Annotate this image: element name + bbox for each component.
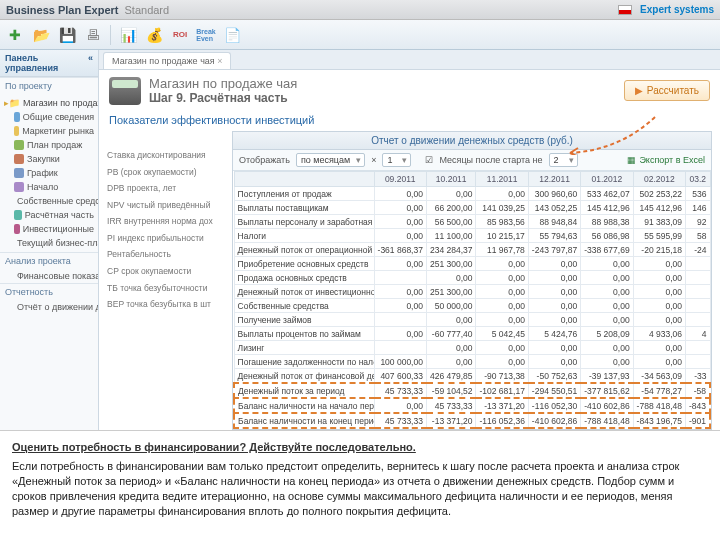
main-toolbar: ✚ 📂 💾 🖶 📊 💰 ROI BreakEven 📄: [0, 20, 720, 50]
indicator-row: DPB проекта, лет: [107, 180, 220, 197]
cash-flow-table: 09.201110.201111.201112.201101.201202.20…: [233, 171, 711, 429]
tip-heading: Оценить потребность в финансировании? Де…: [12, 441, 708, 453]
table-row[interactable]: Продажа основных средств0,000,000,000,00…: [234, 271, 710, 285]
sidebar-item[interactable]: Собственные средства: [0, 194, 98, 208]
sidebar-item[interactable]: Текущий бизнес-план: [0, 236, 98, 250]
sidebar-section[interactable]: По проекту: [0, 77, 98, 94]
table-row[interactable]: Баланс наличности на начало периода0,004…: [234, 398, 710, 413]
section-header: Показатели эффективности инвестиций: [99, 111, 720, 129]
sidebar-item[interactable]: Финансовые показатели: [0, 269, 98, 283]
tab[interactable]: Магазин по продаже чая ×: [103, 52, 231, 69]
tab-bar: Магазин по продаже чая ×: [99, 50, 720, 70]
cash-flow-report: Отчет о движении денежных средств (руб.)…: [232, 131, 712, 430]
print-icon[interactable]: 🖶: [82, 24, 104, 46]
sidebar-item[interactable]: График: [0, 166, 98, 180]
sidebar: Панель управления« По проекту ▸📁 Магазин…: [0, 50, 99, 430]
col-header: [234, 172, 374, 187]
col-header: 11.2011: [476, 172, 528, 187]
table-row[interactable]: Поступления от продаж0,000,000,00300 960…: [234, 187, 710, 201]
report-title: Отчет о движении денежных средств (руб.): [233, 132, 711, 150]
sidebar-item[interactable]: План продаж: [0, 138, 98, 152]
table-row[interactable]: Выплаты поставщикам0,0066 200,00141 039,…: [234, 201, 710, 215]
months-select[interactable]: 2: [549, 153, 578, 167]
table-row[interactable]: Выплаты процентов по займам0,00-60 777,4…: [234, 327, 710, 341]
scale-select[interactable]: 1: [382, 153, 411, 167]
collapse-icon[interactable]: «: [88, 53, 93, 73]
indicator-row: СР срок окупаемости: [107, 263, 220, 280]
close-icon[interactable]: ×: [217, 56, 222, 66]
table-row[interactable]: Денежный поток от инвестиционной дея.0,0…: [234, 285, 710, 299]
sidebar-item[interactable]: Отчёт о движении денежных: [0, 300, 98, 314]
sidebar-section[interactable]: Отчетность: [0, 283, 98, 300]
indicator-row: PI индекс прибыльности: [107, 230, 220, 247]
tip-body: Если потребность в финансировании вам то…: [12, 459, 708, 518]
indicator-row: Рентабельность: [107, 246, 220, 263]
export-excel-button[interactable]: ▦Экспорт в Excel: [627, 155, 705, 165]
app-edition: Standard: [125, 4, 170, 16]
language-flag-icon[interactable]: [618, 5, 632, 15]
col-header: 01.2012: [581, 172, 633, 187]
table-row[interactable]: Денежный поток за период45 733,33-59 104…: [234, 383, 710, 398]
report-icon[interactable]: 📄: [221, 24, 243, 46]
col-header: 03.2: [685, 172, 710, 187]
sidebar-header: Панель управления«: [0, 50, 98, 77]
sidebar-item[interactable]: Инвестиционные: [0, 222, 98, 236]
new-icon[interactable]: ✚: [4, 24, 26, 46]
table-row[interactable]: Получение займов0,000,000,000,000,00: [234, 313, 710, 327]
col-header: 10.2011: [426, 172, 476, 187]
period-select[interactable]: по месяцам: [296, 153, 365, 167]
col-header: 02.2012: [633, 172, 685, 187]
table-row[interactable]: Приобретение основных средств0,00251 300…: [234, 257, 710, 271]
sidebar-item[interactable]: Начало: [0, 180, 98, 194]
open-icon[interactable]: 📂: [30, 24, 52, 46]
save-icon[interactable]: 💾: [56, 24, 78, 46]
table-row[interactable]: Выплаты персоналу и заработная плата0,00…: [234, 215, 710, 229]
step-label: Шаг 9. Расчётная часть: [149, 91, 297, 105]
indicator-row: BEP точка безубытка в шт: [107, 296, 220, 313]
table-row[interactable]: Денежный поток от операционной деят.-361…: [234, 243, 710, 257]
indicator-row: PB (срок окупаемости): [107, 164, 220, 181]
page-title: Магазин по продаже чая: [149, 76, 297, 91]
calculator-icon: [109, 77, 141, 105]
brand-logo: Expert systems: [640, 4, 714, 15]
sidebar-item[interactable]: Закупки: [0, 152, 98, 166]
sidebar-item[interactable]: Расчётная часть: [0, 208, 98, 222]
content-area: Магазин по продаже чая × Магазин по прод…: [99, 50, 720, 430]
table-row[interactable]: Погашение задолженности по налогам100 00…: [234, 355, 710, 369]
chart-icon[interactable]: 📊: [117, 24, 139, 46]
title-bar: Business Plan Expert Standard Expert sys…: [0, 0, 720, 20]
indicator-row: NPV чистый приведённый: [107, 197, 220, 214]
table-row[interactable]: Лизинг0,000,000,000,000,00: [234, 341, 710, 355]
sidebar-section[interactable]: Анализ проекта: [0, 252, 98, 269]
indicator-row: Ставка дисконтирования: [107, 147, 220, 164]
excel-icon: ▦: [627, 155, 636, 165]
app-name: Business Plan Expert: [6, 4, 119, 16]
table-row[interactable]: Собственные средства0,0050 000,000,000,0…: [234, 299, 710, 313]
table-row[interactable]: Денежный поток от финансовой деятель.407…: [234, 369, 710, 384]
sidebar-item[interactable]: Маркетинг рынка: [0, 124, 98, 138]
break-even-icon[interactable]: BreakEven: [195, 24, 217, 46]
indicator-row: IRR внутренняя норма дох: [107, 213, 220, 230]
calculate-button[interactable]: ▶Рассчитать: [624, 80, 710, 101]
table-row[interactable]: Налоги0,0011 100,0010 215,1755 794,6356 …: [234, 229, 710, 243]
indicator-row: ТБ точка безубыточности: [107, 280, 220, 297]
col-header: 12.2011: [528, 172, 580, 187]
tree-root[interactable]: ▸📁 Магазин по продаже чая: [0, 96, 98, 110]
help-tip: Оценить потребность в финансировании? Де…: [0, 430, 720, 528]
table-row[interactable]: Баланс наличности на конец периода45 733…: [234, 413, 710, 428]
col-header: 09.2011: [374, 172, 426, 187]
sidebar-item[interactable]: Общие сведения: [0, 110, 98, 124]
roi-icon[interactable]: ROI: [169, 24, 191, 46]
money-icon[interactable]: 💰: [143, 24, 165, 46]
